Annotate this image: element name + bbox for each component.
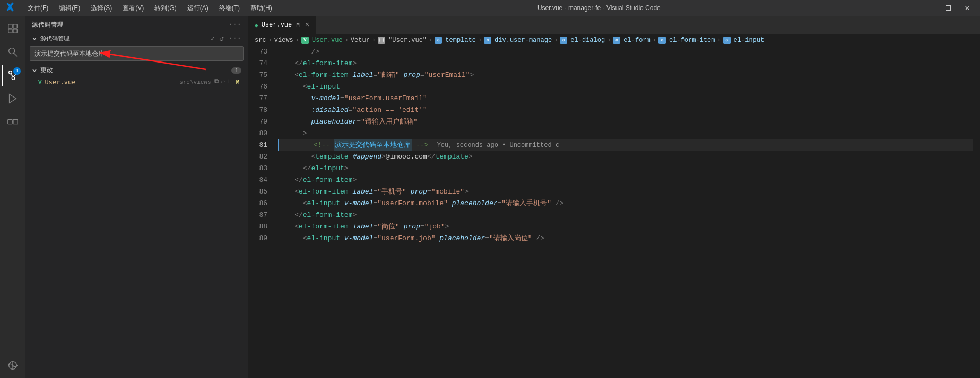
annotation-overlay [25, 91, 248, 378]
breadcrumb-template[interactable]: template [445, 37, 476, 44]
activity-debug[interactable] [2, 88, 23, 109]
menu-terminal[interactable]: 终端(T) [215, 3, 244, 14]
file-open-icon[interactable]: ⧉ [214, 78, 219, 86]
menu-select[interactable]: 选择(S) [86, 3, 116, 14]
close-button[interactable]: ✕ [960, 3, 975, 13]
menu-run[interactable]: 运行(A) [183, 3, 213, 14]
code-line-73: /> [278, 46, 973, 58]
sidebar-header: 源代码管理 ··· [25, 16, 248, 31]
breadcrumb-elform[interactable]: el-form [623, 37, 650, 44]
breadcrumb-div-icon: ◇ [484, 37, 491, 44]
changes-chevron-icon [32, 68, 37, 73]
svg-rect-4 [8, 29, 12, 33]
breadcrumb-elinput[interactable]: el-input [734, 37, 765, 44]
activity-search[interactable] [2, 41, 23, 63]
svg-point-8 [9, 71, 12, 74]
breadcrumb-vetur[interactable]: Vetur [351, 37, 370, 44]
menu-edit[interactable]: 编辑(E) [55, 3, 84, 14]
line-num-80: 80 [248, 128, 267, 139]
svg-rect-2 [8, 24, 12, 28]
menu-view[interactable]: 查看(V) [118, 3, 148, 14]
refresh-icon[interactable]: ↺ [219, 34, 223, 43]
window-controls[interactable]: ✕ [922, 3, 975, 13]
code-line-87: </el-form-item> [278, 209, 973, 221]
activity-scm[interactable]: 1 [2, 65, 23, 86]
breadcrumb-vue-str[interactable]: "User.vue" [388, 37, 427, 44]
menu-help[interactable]: 帮助(H) [246, 3, 276, 14]
svg-marker-13 [10, 94, 16, 103]
breadcrumb-template-icon: ◇ [435, 37, 442, 44]
line-num-76: 76 [248, 81, 267, 93]
commit-area [25, 44, 248, 63]
breadcrumb: src › views › V User.vue › Vetur › {} "U… [248, 34, 980, 46]
vscode-logo [5, 2, 15, 14]
line-num-73: 73 [248, 46, 267, 58]
breadcrumb-eldialog[interactable]: el-dialog [570, 37, 605, 44]
activity-remote[interactable] [2, 355, 23, 376]
changes-count-badge: 1 [231, 67, 241, 74]
vue-file-icon: V [38, 79, 42, 85]
line-num-77: 77 [248, 93, 267, 104]
svg-line-11 [11, 74, 14, 77]
commit-message-input[interactable] [30, 46, 244, 61]
file-item[interactable]: V User.vue src\views ⧉ ↩ + M [25, 76, 248, 87]
window-title: User.vue - manager-fe - Visual Studio Co… [537, 4, 661, 12]
editor-area: ◆ User.vue M × src › views › V User.vue … [248, 16, 980, 378]
code-content[interactable]: /> </el-form-item> <el-form-item label="… [274, 46, 973, 378]
commit-check-icon[interactable]: ✓ [211, 34, 215, 43]
breadcrumb-curly-icon: {} [378, 37, 385, 44]
changes-header[interactable]: 更改 1 [25, 64, 248, 76]
line-num-74: 74 [248, 58, 267, 69]
svg-rect-15 [13, 119, 18, 124]
activity-explorer[interactable] [2, 18, 23, 39]
line-num-75: 75 [248, 69, 267, 81]
code-line-77: v-model="userForm.userEmail" [278, 93, 973, 104]
svg-rect-5 [13, 29, 17, 33]
file-undo-icon[interactable]: ↩ [221, 78, 225, 86]
line-num-86: 86 [248, 198, 267, 209]
activity-extensions[interactable] [2, 111, 23, 133]
titlebar-left: 文件(F) 编辑(E) 选择(S) 查看(V) 转到(G) 运行(A) 终端(T… [5, 2, 276, 14]
code-line-85: <el-form-item label="手机号" prop="mobile"> [278, 186, 973, 198]
line-numbers: 73 74 75 76 77 78 79 80 81 82 83 84 85 8… [248, 46, 274, 378]
tab-label: User.vue [262, 21, 292, 29]
breadcrumb-file[interactable]: User.vue [312, 37, 343, 44]
code-line-83: </el-input> [278, 163, 973, 174]
code-line-88: <el-form-item label="岗位" prop="job"> [278, 221, 973, 233]
sidebar: 源代码管理 ··· 源代码管理 ✓ ↺ ··· [25, 16, 248, 378]
sidebar-header-actions[interactable]: ··· [228, 20, 241, 29]
breadcrumb-vue-icon: V [301, 37, 309, 44]
file-actions[interactable]: ⧉ ↩ + [214, 78, 231, 86]
breadcrumb-src[interactable]: src [255, 37, 266, 44]
line-num-85: 85 [248, 186, 267, 198]
scm-ellipsis-icon[interactable]: ··· [228, 34, 241, 43]
breadcrumb-div[interactable]: div.user-manage [495, 37, 552, 44]
tab-close-icon[interactable]: × [305, 21, 309, 29]
ellipsis-icon[interactable]: ··· [228, 20, 241, 29]
menu-file[interactable]: 文件(F) [23, 3, 53, 14]
code-line-78: :disabled="action == 'edit'" [278, 104, 973, 116]
tab-vue-icon: ◆ [255, 22, 258, 29]
tab-user-vue[interactable]: ◆ User.vue M × [248, 16, 316, 34]
activity-bar: 1 [0, 16, 25, 378]
tab-modified-indicator: M [296, 22, 300, 28]
line-num-87: 87 [248, 209, 267, 221]
changes-group: 更改 1 V User.vue src\views ⧉ ↩ + M [25, 63, 248, 89]
titlebar-menu[interactable]: 文件(F) 编辑(E) 选择(S) 查看(V) 转到(G) 运行(A) 终端(T… [23, 3, 276, 14]
line-num-84: 84 [248, 174, 267, 186]
code-line-80: > [278, 128, 973, 139]
minimize-button[interactable] [922, 3, 936, 13]
scm-section-actions[interactable]: ✓ ↺ ··· [211, 34, 241, 43]
line-num-88: 88 [248, 221, 267, 233]
file-stage-icon[interactable]: + [227, 78, 231, 86]
scm-section-label: 源代码管理 [40, 34, 209, 42]
svg-rect-14 [8, 119, 12, 124]
scm-section-header[interactable]: 源代码管理 ✓ ↺ ··· [25, 33, 248, 44]
vertical-scrollbar[interactable] [973, 46, 980, 378]
file-status-badge: M [234, 79, 241, 85]
menu-goto[interactable]: 转到(G) [150, 3, 180, 14]
svg-line-7 [14, 54, 18, 57]
breadcrumb-views[interactable]: views [274, 37, 293, 44]
maximize-button[interactable] [941, 3, 956, 13]
breadcrumb-elformitem[interactable]: el-form-item [669, 37, 715, 44]
